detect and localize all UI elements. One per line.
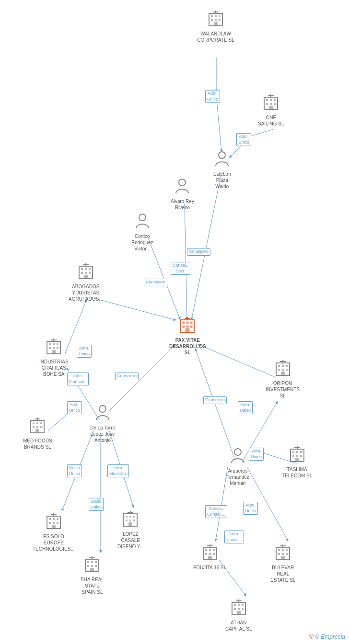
svg-rect-130 [95, 561, 97, 563]
label-med-foods: MED FOODSBRANDS SL [23, 438, 52, 450]
svg-rect-143 [213, 553, 215, 555]
label-alvaro: Alvaro ReyRiveiro [171, 198, 194, 211]
svg-rect-151 [278, 553, 280, 555]
svg-rect-56 [183, 322, 185, 324]
svg-rect-118 [126, 516, 128, 518]
svg-rect-34 [270, 99, 272, 101]
badge-consej-consej: Consej..Consej.... [205, 505, 227, 518]
svg-line-5 [185, 203, 187, 318]
node-pax-vitae[interactable]: PAX VITAEDESARROLLOSSL [169, 316, 206, 356]
svg-rect-133 [95, 565, 97, 567]
svg-rect-152 [282, 553, 284, 555]
svg-rect-92 [40, 426, 42, 428]
building-icon-walandlaw [207, 10, 224, 29]
svg-rect-89 [40, 422, 42, 424]
svg-rect-78 [286, 365, 288, 367]
label-taslima: TASLIMATELECOM SL [282, 466, 312, 479]
node-one-sailing[interactable]: ONESAILING SL [258, 93, 284, 127]
node-industrias[interactable]: INDUSTRIASGRAFICASBOHE SA [39, 338, 69, 377]
svg-rect-132 [91, 565, 93, 567]
building-icon-med-foods [29, 417, 46, 436]
svg-line-2 [249, 129, 273, 136]
svg-rect-35 [274, 99, 276, 101]
node-athan[interactable]: ATHANCAPITAL SL [225, 599, 252, 632]
svg-rect-131 [87, 565, 89, 567]
svg-rect-122 [129, 520, 131, 521]
svg-rect-46 [81, 268, 83, 270]
svg-point-42 [219, 152, 225, 158]
badge-adm-unico-2: Adm.Unico [236, 133, 251, 146]
svg-rect-123 [133, 520, 135, 521]
svg-rect-129 [91, 561, 93, 563]
node-esteban[interactable]: EstebanPlazaWaldo [213, 151, 231, 190]
label-esteban: EstebanPlazaWaldo [213, 171, 231, 190]
svg-rect-163 [242, 608, 244, 610]
label-pax-vitae: PAX VITAEDESARROLLOSSL [169, 337, 206, 356]
svg-rect-47 [85, 268, 87, 270]
label-abogados: ABOGADOSY JURISTASAGRUPADOS... [69, 283, 103, 302]
label-oripon: ORIPONINVESTMENTSSL [266, 380, 300, 399]
building-icon-bha-real [83, 555, 101, 575]
badge-adm-unico-3: Adm.Unico [77, 345, 92, 358]
node-alvaro[interactable]: Alvaro ReyRiveiro [171, 178, 194, 211]
svg-rect-33 [266, 99, 268, 101]
node-bha-real[interactable]: BHA REALSTATESPAIN SL [81, 555, 104, 595]
svg-rect-141 [205, 553, 207, 555]
node-bulevar[interactable]: BULEVARREALESTATE SL [270, 543, 295, 583]
svg-rect-38 [274, 103, 276, 105]
svg-rect-59 [183, 326, 185, 328]
building-icon-industrias [45, 338, 62, 357]
node-lopez-casale[interactable]: LOPEZCASALEDISEÑO Y... [117, 510, 144, 550]
node-cortizo[interactable]: CortizoRodriguezVictor... [131, 213, 153, 252]
node-arqueros[interactable]: ArquerosFernandezManuel [226, 448, 249, 486]
svg-rect-99 [296, 451, 298, 453]
svg-rect-72 [52, 350, 56, 354]
svg-rect-52 [84, 275, 88, 279]
svg-rect-140 [213, 549, 215, 551]
svg-rect-87 [33, 422, 35, 424]
badge-consejero-3: Consejero [115, 373, 139, 380]
svg-rect-36 [266, 103, 268, 105]
label-one-sailing: ONESAILING SL [258, 114, 284, 127]
building-icon-one-sailing [262, 93, 279, 113]
node-de-la-torre[interactable]: De La TorreLopez JoseAntonio [90, 405, 115, 443]
node-med-foods[interactable]: MED FOODSBRANDS SL [23, 417, 52, 450]
svg-rect-162 [238, 608, 240, 610]
node-abogados[interactable]: ABOGADOSY JURISTASAGRUPADOS... [69, 262, 103, 302]
node-oripon[interactable]: ORIPONINVESTMENTSSL [266, 359, 300, 399]
svg-rect-144 [208, 556, 212, 560]
svg-rect-76 [278, 365, 280, 367]
svg-rect-79 [278, 369, 280, 371]
svg-rect-81 [286, 369, 288, 371]
node-foujita[interactable]: FOUJITA 16 SL [193, 543, 226, 571]
svg-rect-57 [186, 322, 188, 324]
svg-rect-104 [295, 458, 299, 462]
org-chart: WALANDLAW CORPORATE SL ONESAILING SL Est… [0, 0, 349, 644]
badge-consejero-1: Consejero [187, 248, 210, 256]
building-icon-es-solo [45, 512, 62, 532]
svg-rect-149 [282, 549, 284, 551]
svg-rect-159 [238, 604, 240, 606]
label-foujita: FOUJITA 16 SL [193, 565, 226, 571]
svg-rect-121 [126, 520, 128, 521]
svg-rect-66 [49, 343, 51, 345]
node-walandlaw[interactable]: WALANDLAW CORPORATE SL [194, 10, 237, 43]
label-bha-real: BHA REALSTATESPAIN SL [81, 576, 104, 595]
svg-point-85 [99, 406, 106, 412]
label-bulevar: BULEVARREALESTATE SL [270, 565, 295, 583]
svg-rect-101 [292, 455, 294, 457]
svg-line-4 [192, 172, 221, 318]
svg-rect-28 [219, 19, 221, 21]
svg-rect-26 [211, 19, 213, 21]
svg-rect-37 [270, 103, 272, 105]
svg-rect-93 [35, 429, 39, 433]
svg-rect-128 [87, 561, 89, 563]
svg-rect-139 [209, 549, 211, 551]
node-es-solo[interactable]: ES SOLOEUROPETECHNOLOGIES... [33, 512, 75, 552]
node-taslima[interactable]: TASLIMATELECOM SL [282, 445, 312, 479]
svg-rect-50 [85, 272, 87, 274]
svg-rect-138 [205, 549, 207, 551]
svg-rect-160 [242, 604, 244, 606]
building-icon-pax-vitae [179, 316, 196, 336]
svg-line-1 [217, 101, 221, 151]
